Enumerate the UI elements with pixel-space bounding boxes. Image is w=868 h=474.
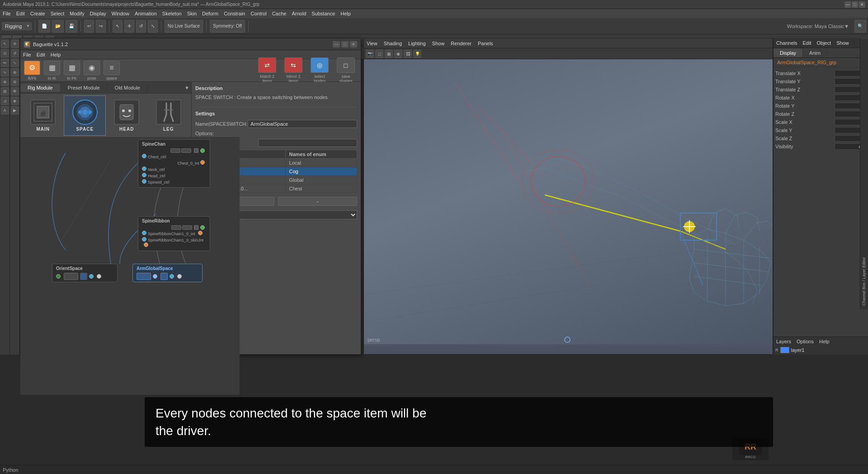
view-menu[interactable]: View: [367, 41, 377, 46]
viewport-canvas[interactable]: persp: [364, 59, 773, 344]
preset-module-tab[interactable]: Preset Module: [61, 84, 108, 92]
edit-label[interactable]: Edit: [802, 40, 811, 46]
show-hide-tool[interactable]: 👁: [11, 87, 19, 95]
display-tab[interactable]: Display: [774, 49, 803, 57]
panels-menu[interactable]: Panels: [478, 41, 493, 46]
menu-display[interactable]: Display: [90, 11, 106, 16]
menu-edit[interactable]: Edit: [16, 11, 25, 16]
lasso-tool[interactable]: ⊙: [1, 49, 9, 57]
paint-tool[interactable]: ✏: [1, 59, 9, 67]
module-scroll-down[interactable]: ▼: [183, 85, 191, 90]
name-spaceswitch-input[interactable]: [248, 120, 357, 128]
baguette-space-tool[interactable]: ≡ space: [104, 61, 120, 81]
baguette-toik-tool[interactable]: ▦ to IK: [44, 61, 60, 81]
remove-row-button[interactable]: -: [278, 197, 357, 206]
baguette-menu-file[interactable]: File: [23, 52, 31, 57]
menu-cache[interactable]: Cache: [272, 11, 287, 16]
baguette-maximize-button[interactable]: □: [341, 41, 349, 47]
menu-substance[interactable]: Substance: [311, 11, 335, 16]
minimize-button[interactable]: —: [844, 1, 851, 8]
layers-tab[interactable]: Layers: [776, 339, 791, 344]
module-main[interactable]: ⬛ MAIN: [22, 95, 64, 136]
old-module-tab[interactable]: Old Module: [108, 84, 148, 92]
menu-modify[interactable]: Modify: [70, 11, 84, 16]
shading-menu[interactable]: Shading: [384, 41, 402, 46]
menu-skeleton[interactable]: Skeleton: [162, 11, 182, 16]
baguette-menu-help[interactable]: Help: [51, 52, 61, 57]
measure-tool[interactable]: ⊿: [1, 97, 9, 105]
symmetry-button[interactable]: Symmetry: Off: [210, 20, 245, 33]
baguette-ikfk-tool[interactable]: ⚙ ik/Fk: [24, 61, 40, 81]
baguette-tofk-tool[interactable]: ▦ to FK: [64, 61, 80, 81]
baguette-minimize-button[interactable]: —: [333, 41, 340, 47]
soft-mod-tool[interactable]: ⊚: [11, 78, 19, 86]
help-tab[interactable]: Help: [819, 339, 830, 344]
vp-smooth-btn[interactable]: ◉: [394, 50, 402, 58]
anim-tab[interactable]: Anim: [803, 49, 827, 57]
baguette-menu-edit[interactable]: Edit: [37, 52, 45, 57]
menu-constrain[interactable]: Constrain: [224, 11, 245, 16]
vp-texture-btn[interactable]: 🖼: [404, 50, 412, 58]
vp-light-btn[interactable]: 💡: [413, 50, 421, 58]
menu-skin[interactable]: Skin: [187, 11, 197, 16]
vp-camera-btn[interactable]: 📷: [366, 50, 374, 58]
mirror-2-items-button[interactable]: ⇆ Mirror 2 items: [282, 57, 305, 83]
display-settings[interactable]: ◈: [11, 97, 19, 105]
maximize-button[interactable]: □: [852, 1, 858, 8]
rotate-tool-button[interactable]: ↺: [136, 20, 146, 33]
rigging-dropdown[interactable]: Rigging: [2, 22, 32, 30]
sculpt-tool[interactable]: ∿: [1, 68, 9, 76]
select-nodes-button[interactable]: ◎ select Nodes: [308, 57, 331, 83]
open-scene-button[interactable]: 📂: [52, 20, 64, 33]
node-spinechan[interactable]: SpineChan Chest_ctrl: [138, 139, 210, 188]
snap-tool[interactable]: ⊞: [1, 87, 9, 95]
show-label[interactable]: Show: [836, 40, 849, 46]
rotate-tool-l2[interactable]: ↺: [11, 49, 19, 57]
match-2-items-button[interactable]: ⇄ Match 2 items: [256, 57, 278, 83]
scale-tool-button[interactable]: ⤡: [148, 20, 158, 33]
menu-deform[interactable]: Deform: [202, 11, 218, 16]
channels-label[interactable]: Channels: [776, 40, 797, 46]
search-icon-button[interactable]: 🔍: [854, 20, 866, 33]
render-tool[interactable]: ▶: [11, 106, 19, 114]
channel-box-tab[interactable]: Channel Box / Layer Editor: [860, 38, 868, 309]
module-leg[interactable]: LEG: [147, 95, 189, 136]
menu-create[interactable]: Create: [30, 11, 45, 16]
options-tab[interactable]: Options: [797, 339, 814, 344]
renderer-menu[interactable]: Renderer: [451, 41, 472, 46]
node-orientspace[interactable]: OrientSpace: [52, 264, 118, 282]
node-armglobalspace[interactable]: ArmGlobalSpace: [132, 264, 203, 282]
vp-shading-btn[interactable]: ◻: [375, 50, 383, 58]
move-tool-l2[interactable]: ✛: [11, 40, 19, 48]
menu-file[interactable]: File: [3, 11, 11, 16]
module-space[interactable]: SPACE: [64, 95, 106, 136]
select-tool-button[interactable]: ↖: [113, 20, 123, 33]
no-live-surface-button[interactable]: No Live Surface: [165, 20, 203, 33]
menu-arnold[interactable]: Arnold: [292, 11, 306, 16]
rig-module-tab[interactable]: Rig Module: [20, 84, 61, 92]
universal-tool-l2[interactable]: ⊕: [11, 68, 19, 76]
menu-select[interactable]: Select: [51, 11, 65, 16]
move-tool-button[interactable]: ✛: [124, 20, 134, 33]
baguette-close-button[interactable]: ✕: [350, 41, 357, 47]
node-spineribbon[interactable]: SpineRibbon SpineRibbonChain1_0_int: [138, 216, 210, 251]
redo-button[interactable]: ↪: [96, 20, 106, 33]
scale-tool-l2[interactable]: ⤡: [11, 59, 19, 67]
menu-animation[interactable]: Animation: [135, 11, 157, 16]
save-shapes-button[interactable]: ◻ save shapes: [335, 57, 357, 83]
undo-button[interactable]: ↩: [84, 20, 94, 33]
select-tool[interactable]: ↖: [1, 40, 9, 48]
save-scene-button[interactable]: 💾: [66, 20, 77, 33]
object-label[interactable]: Object: [816, 40, 831, 46]
new-scene-button[interactable]: 📄: [38, 20, 50, 33]
menu-window[interactable]: Window: [112, 11, 129, 16]
menu-control[interactable]: Control: [250, 11, 266, 16]
vp-wireframe-btn[interactable]: ▦: [385, 50, 393, 58]
annotation-tool[interactable]: A: [1, 106, 9, 114]
baguette-pose-tool[interactable]: ◉ pose: [84, 61, 100, 81]
rigging-wrapper[interactable]: Rigging: [2, 22, 32, 30]
parent-select[interactable]: [225, 210, 357, 219]
menu-help[interactable]: Help: [340, 11, 351, 16]
lighting-menu[interactable]: Lighting: [408, 41, 426, 46]
prepend-name-input[interactable]: [258, 139, 357, 147]
